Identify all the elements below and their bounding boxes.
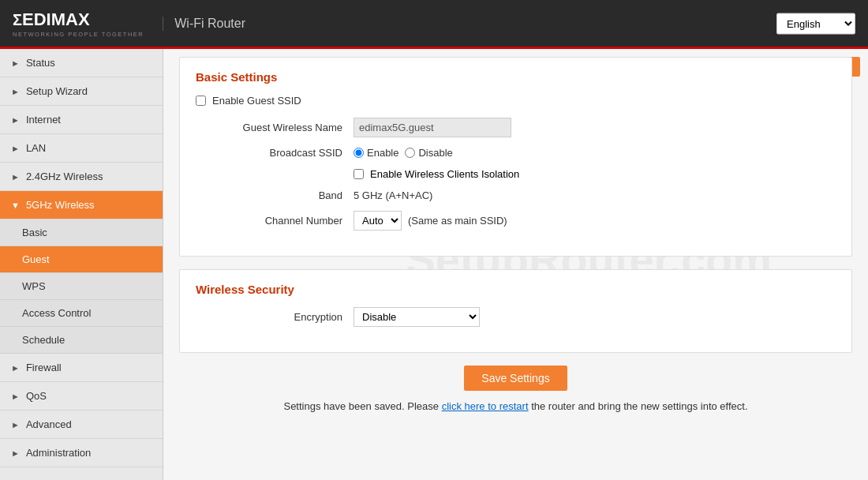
- sidebar-item-status[interactable]: ► Status: [0, 49, 163, 77]
- broadcast-enable-radio[interactable]: [354, 148, 364, 158]
- sidebar-label-setup-wizard: Setup Wizard: [26, 85, 88, 97]
- restart-link[interactable]: click here to restart: [442, 400, 529, 412]
- content-inner: Basic Settings Enable Guest SSID Guest W…: [179, 57, 852, 412]
- guest-wireless-name-label: Guest Wireless Name: [196, 122, 354, 133]
- broadcast-ssid-label: Broadcast SSID: [196, 147, 354, 159]
- enable-guest-ssid-label: Enable Guest SSID: [212, 95, 301, 107]
- arrow-icon: ►: [11, 87, 20, 96]
- channel-number-control: Auto (Same as main SSID): [354, 211, 507, 231]
- sidebar-item-firewall[interactable]: ► Firewall: [0, 354, 163, 382]
- clients-isolation-row: Enable Wireless Clients Isolation: [196, 168, 836, 180]
- sidebar-item-basic[interactable]: Basic: [0, 219, 163, 246]
- header: ΣEDIMAX NETWORKING PEOPLE TOGETHER Wi-Fi…: [0, 0, 868, 49]
- save-message: Settings have been saved. Please click h…: [179, 400, 852, 412]
- wireless-security-title: Wireless Security: [196, 283, 836, 296]
- arrow-icon: ►: [11, 144, 20, 153]
- language-selector-wrap[interactable]: English Chinese French German Spanish: [776, 13, 855, 34]
- arrow-icon: ►: [11, 115, 20, 125]
- sidebar-item-schedule[interactable]: Schedule: [0, 327, 163, 354]
- wireless-security-section: Wireless Security Encryption Disable WEP…: [179, 269, 852, 353]
- basic-settings-section: Basic Settings Enable Guest SSID Guest W…: [179, 57, 852, 257]
- sidebar-label-firewall: Firewall: [26, 362, 62, 373]
- broadcast-ssid-control: Enable Disable: [354, 147, 453, 159]
- sidebar-item-access-control[interactable]: Access Control: [0, 300, 163, 327]
- save-message-after: the router and bring the new settings in…: [531, 400, 747, 412]
- sidebar-label-access-control: Access Control: [22, 307, 91, 319]
- broadcast-disable-label: Disable: [418, 147, 452, 159]
- sidebar-item-administration[interactable]: ► Administration: [0, 439, 163, 467]
- arrow-icon: ►: [11, 420, 20, 429]
- arrow-down-icon: ▼: [11, 201, 20, 210]
- arrow-icon: ►: [11, 392, 20, 401]
- logo-area: ΣEDIMAX NETWORKING PEOPLE TOGETHER Wi-Fi…: [13, 9, 245, 38]
- guest-wireless-name-row: Guest Wireless Name: [196, 118, 836, 137]
- sidebar-label-qos: QoS: [26, 390, 47, 402]
- channel-number-row: Channel Number Auto (Same as main SSID): [196, 211, 836, 231]
- save-settings-button[interactable]: Save Settings: [464, 366, 567, 391]
- sidebar-item-wireless-24[interactable]: ► 2.4GHz Wireless: [0, 163, 163, 191]
- clients-isolation-control: Enable Wireless Clients Isolation: [354, 168, 519, 180]
- sidebar-label-wireless-5: 5GHz Wireless: [26, 199, 95, 211]
- sidebar-label-wps: WPS: [22, 280, 46, 292]
- sidebar-item-lan[interactable]: ► LAN: [0, 134, 163, 163]
- sigma-icon: Σ: [13, 11, 22, 28]
- arrow-icon: ►: [11, 448, 20, 458]
- sidebar-item-wireless-5[interactable]: ▼ 5GHz Wireless: [0, 191, 163, 219]
- enable-guest-ssid-checkbox[interactable]: [196, 96, 206, 106]
- main-content: SetupRouter.com Help Basic Settings Enab…: [163, 49, 868, 480]
- band-label: Band: [196, 189, 354, 201]
- encryption-control: Disable WEP WPA-Personal WPA2-Personal: [354, 307, 480, 327]
- logo-brand: ΣEDIMAX: [13, 9, 144, 30]
- logo-tagline: NETWORKING PEOPLE TOGETHER: [13, 31, 144, 38]
- broadcast-disable-radio[interactable]: [405, 148, 415, 158]
- sidebar: ► Status ► Setup Wizard ► Internet ► LAN…: [0, 49, 163, 480]
- encryption-label: Encryption: [196, 311, 354, 323]
- arrow-icon: ►: [11, 363, 20, 373]
- app-title: Wi-Fi Router: [163, 17, 245, 31]
- sidebar-item-wps[interactable]: WPS: [0, 273, 163, 300]
- arrow-icon: ►: [11, 58, 20, 68]
- encryption-select[interactable]: Disable WEP WPA-Personal WPA2-Personal: [354, 307, 480, 327]
- channel-number-label: Channel Number: [196, 215, 354, 227]
- submenu-5ghz: Basic Guest WPS Access Control Schedule: [0, 219, 163, 354]
- broadcast-enable-label: Enable: [367, 147, 398, 159]
- channel-number-select[interactable]: Auto: [354, 211, 402, 231]
- guest-wireless-name-control: [354, 118, 511, 137]
- band-row: Band 5 GHz (A+N+AC): [196, 189, 836, 201]
- sidebar-label-advanced: Advanced: [26, 418, 72, 430]
- main-layout: ► Status ► Setup Wizard ► Internet ► LAN…: [0, 49, 868, 480]
- language-select[interactable]: English Chinese French German Spanish: [776, 13, 855, 34]
- sidebar-label-lan: LAN: [26, 142, 46, 154]
- save-message-before: Settings have been saved. Please: [283, 400, 439, 412]
- channel-note: (Same as main SSID): [408, 215, 507, 227]
- sidebar-label-administration: Administration: [26, 447, 91, 459]
- logo: ΣEDIMAX NETWORKING PEOPLE TOGETHER: [13, 9, 144, 38]
- sidebar-label-guest: Guest: [22, 253, 50, 265]
- guest-wireless-name-input[interactable]: [354, 118, 511, 137]
- arrow-icon: ►: [11, 172, 20, 182]
- enable-guest-ssid-row: Enable Guest SSID: [196, 95, 836, 107]
- broadcast-disable-option[interactable]: Disable: [405, 147, 452, 159]
- sidebar-item-advanced[interactable]: ► Advanced: [0, 411, 163, 439]
- sidebar-label-schedule: Schedule: [22, 334, 65, 346]
- sidebar-label-internet: Internet: [26, 114, 61, 126]
- band-control: 5 GHz (A+N+AC): [354, 189, 432, 201]
- broadcast-enable-option[interactable]: Enable: [354, 147, 398, 159]
- sidebar-item-qos[interactable]: ► QoS: [0, 382, 163, 411]
- sidebar-item-setup-wizard[interactable]: ► Setup Wizard: [0, 77, 163, 106]
- sidebar-label-basic: Basic: [22, 227, 47, 238]
- clients-isolation-checkbox[interactable]: [354, 169, 364, 179]
- sidebar-label-status: Status: [26, 57, 55, 69]
- logo-text: EDIMAX: [22, 9, 90, 29]
- basic-settings-title: Basic Settings: [196, 70, 836, 84]
- sidebar-label-wireless-24: 2.4GHz Wireless: [26, 171, 103, 182]
- clients-isolation-label: Enable Wireless Clients Isolation: [370, 168, 519, 180]
- encryption-row: Encryption Disable WEP WPA-Personal WPA2…: [196, 307, 836, 327]
- sidebar-item-guest[interactable]: Guest: [0, 246, 163, 273]
- sidebar-item-internet[interactable]: ► Internet: [0, 106, 163, 134]
- broadcast-ssid-row: Broadcast SSID Enable Disable: [196, 147, 836, 159]
- band-value: 5 GHz (A+N+AC): [354, 189, 432, 201]
